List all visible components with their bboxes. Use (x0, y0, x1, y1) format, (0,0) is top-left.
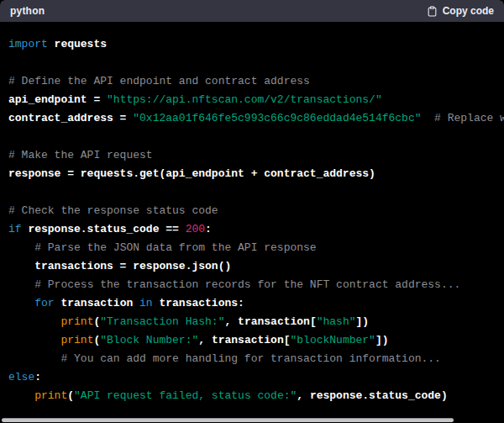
code-line: print("Block Number:", transaction["bloc… (8, 331, 496, 350)
code-token-str: "https://api.nftscan.com/v2/transactions… (107, 93, 382, 106)
horizontal-scrollbar-track (0, 418, 504, 423)
code-token-plain: contract_address = (8, 112, 133, 124)
code-block-header: python Copy code (0, 0, 504, 22)
code-line: response = requests.get(api_endpoint + c… (8, 165, 496, 183)
code-line: # Define the API endpoint and contract a… (8, 72, 496, 91)
code-line: for transaction in transactions: (8, 294, 496, 313)
code-line (8, 128, 496, 146)
code-token-plain: api_endpoint = (8, 93, 107, 106)
code-token-kw: else (8, 371, 34, 383)
code-token-plain: , transaction[ (198, 334, 290, 346)
code-line: # Check the response status code (8, 202, 496, 220)
code-token-plain (8, 352, 60, 365)
code-token-plain: response = requests.get(api_endpoint + c… (8, 167, 375, 180)
code-token-com: # Replace w (434, 112, 504, 124)
code-line: contract_address = "0x12aa01f646fe5c993c… (8, 109, 496, 128)
code-token-plain: : (205, 223, 212, 235)
code-token-kw: if (8, 223, 22, 235)
code-token-plain: ]) (375, 334, 389, 346)
code-line (8, 54, 496, 72)
code-token-com: # Define the API endpoint and contract a… (8, 75, 310, 87)
code-token-com: # Check the response status code (8, 204, 218, 217)
code-token-plain: : (34, 371, 41, 383)
code-token-fn: print (60, 315, 93, 328)
code-token-plain: ]) (356, 315, 370, 328)
code-line: print("API request failed, status code:"… (8, 387, 496, 405)
code-token-fn: print (34, 389, 67, 402)
code-token-str: "hash" (317, 315, 356, 328)
code-token-str: "Block Number:" (100, 334, 198, 346)
code-token-plain (8, 278, 34, 291)
code-token-fn: print (60, 334, 93, 346)
code-token-kw: for (34, 297, 54, 309)
code-line: if response.status_code == 200: (8, 220, 496, 239)
code-token-com: # Process the transaction records for th… (34, 278, 460, 291)
code-token-num: 200 (186, 223, 205, 235)
code-line: transactions = response.json() (8, 257, 496, 276)
code-line: # Make the API request (8, 146, 496, 165)
code-token-kw: in (139, 297, 153, 309)
code-token-plain (8, 389, 34, 402)
code-token-plain (8, 297, 34, 309)
copy-code-button[interactable]: Copy code (427, 5, 494, 18)
code-token-kw: import (8, 38, 48, 50)
code-token-plain: transactions: (153, 297, 244, 309)
code-token-plain: transaction (55, 297, 139, 309)
code-token-plain (8, 334, 60, 346)
code-token-str: "blockNumber" (291, 334, 375, 346)
code-block: python Copy code import requests # Defin… (0, 0, 504, 423)
copy-code-label: Copy code (443, 5, 494, 17)
code-token-com: # You can add more handling for transact… (60, 352, 440, 365)
code-token-plain (8, 241, 34, 254)
language-label: python (10, 5, 45, 17)
code-token-plain: , transaction[ (224, 315, 316, 328)
code-token-str: "API request failed, status code:" (74, 389, 297, 402)
code-line: # Parse the JSON data from the API respo… (8, 239, 496, 257)
code-line (8, 183, 496, 202)
horizontal-scrollbar-thumb[interactable] (2, 418, 454, 422)
code-token-plain: ( (67, 389, 74, 402)
code-line: # Process the transaction records for th… (8, 276, 496, 294)
code-token-plain: , response.status_code) (297, 389, 447, 402)
clipboard-icon (427, 5, 438, 18)
code-token-plain (422, 112, 435, 124)
code-token-plain: requests (48, 38, 107, 50)
code-line: import requests (8, 35, 496, 54)
code-token-str: "0x12aa01f646fe5c993c66c9c86eddad4e514f6… (133, 112, 421, 124)
code-line: print("Transaction Hash:", transaction["… (8, 313, 496, 331)
code-line: api_endpoint = "https://api.nftscan.com/… (8, 91, 496, 109)
code-token-str: "Transaction Hash:" (100, 315, 224, 328)
code-token-plain (8, 315, 60, 328)
code-token-com: # Make the API request (8, 149, 153, 161)
code-token-com: # Parse the JSON data from the API respo… (34, 241, 316, 254)
code-token-plain: response.status_code == (22, 223, 186, 235)
code-content: import requests # Define the API endpoin… (0, 22, 504, 419)
code-token-plain: transactions = response.json() (8, 260, 231, 272)
code-line: # You can add more handling for transact… (8, 350, 496, 368)
code-line: else: (8, 368, 496, 387)
